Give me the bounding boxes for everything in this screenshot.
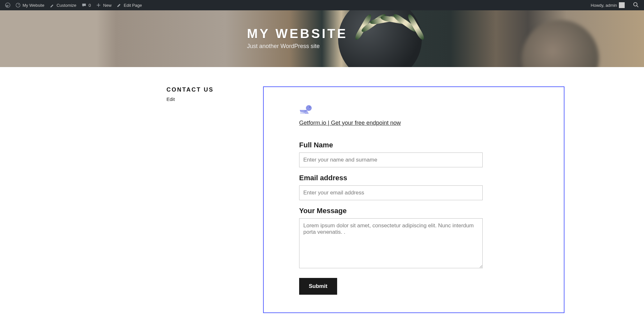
getform-link[interactable]: Getform.io | Get your free endpoint now: [299, 120, 401, 126]
name-label: Full Name: [299, 141, 528, 149]
wp-logo-menu[interactable]: [3, 0, 13, 10]
svg-point-6: [309, 107, 310, 108]
brush-icon: [50, 3, 55, 8]
svg-point-3: [634, 2, 637, 6]
email-input[interactable]: [299, 185, 483, 200]
hero-text: MY WEBSITE Just another WordPress site: [80, 10, 564, 50]
comment-icon: [81, 3, 87, 8]
new-label: New: [103, 3, 111, 8]
email-label: Email address: [299, 174, 528, 182]
message-textarea[interactable]: [299, 218, 483, 268]
gutenberg-selected-block[interactable]: Getform.io | Get your free endpoint now …: [263, 86, 564, 313]
name-input[interactable]: [299, 153, 483, 167]
comments-count: 0: [89, 3, 91, 8]
search-icon: [633, 2, 639, 8]
page-sidebar: CONTACT US Edit: [166, 86, 263, 313]
my-account-link[interactable]: Howdy, admin: [588, 0, 627, 10]
message-label: Your Message: [299, 207, 528, 215]
admin-bar-right: Howdy, admin: [588, 0, 641, 10]
page-title: CONTACT US: [166, 86, 250, 93]
submit-button[interactable]: Submit: [299, 278, 337, 295]
admin-bar-left: My Website Customize 0 New Edit Page: [3, 0, 145, 10]
form-group-message: Your Message: [299, 207, 528, 270]
form-group-name: Full Name: [299, 141, 528, 167]
site-title[interactable]: MY WEBSITE: [247, 26, 564, 41]
wp-admin-bar: My Website Customize 0 New Edit Page How…: [0, 0, 644, 10]
svg-line-4: [637, 5, 639, 7]
site-tagline: Just another WordPress site: [247, 43, 564, 50]
admin-search-button[interactable]: [630, 2, 641, 9]
plus-icon: [96, 3, 101, 8]
edit-page-label: Edit Page: [124, 3, 142, 8]
howdy-label: Howdy, admin: [591, 3, 617, 8]
customize-link[interactable]: Customize: [47, 0, 79, 10]
dashboard-icon: [15, 3, 21, 8]
bird-icon: [299, 105, 314, 116]
form-group-email: Email address: [299, 174, 528, 200]
page-content: CONTACT US Edit Getform.io | Get your fr…: [0, 67, 644, 335]
edit-link[interactable]: Edit: [166, 96, 250, 102]
site-name-menu[interactable]: My Website: [13, 0, 47, 10]
comments-link[interactable]: 0: [79, 0, 93, 10]
wordpress-icon: [5, 3, 10, 8]
new-content-link[interactable]: New: [93, 0, 114, 10]
site-header: MY WEBSITE Just another WordPress site: [0, 10, 644, 67]
svg-line-2: [18, 4, 19, 5]
site-name-label: My Website: [23, 3, 44, 8]
getform-logo-row: [299, 105, 528, 117]
customize-label: Customize: [57, 3, 76, 8]
pencil-icon: [117, 3, 122, 8]
avatar: [619, 2, 625, 8]
edit-page-link[interactable]: Edit Page: [114, 0, 144, 10]
